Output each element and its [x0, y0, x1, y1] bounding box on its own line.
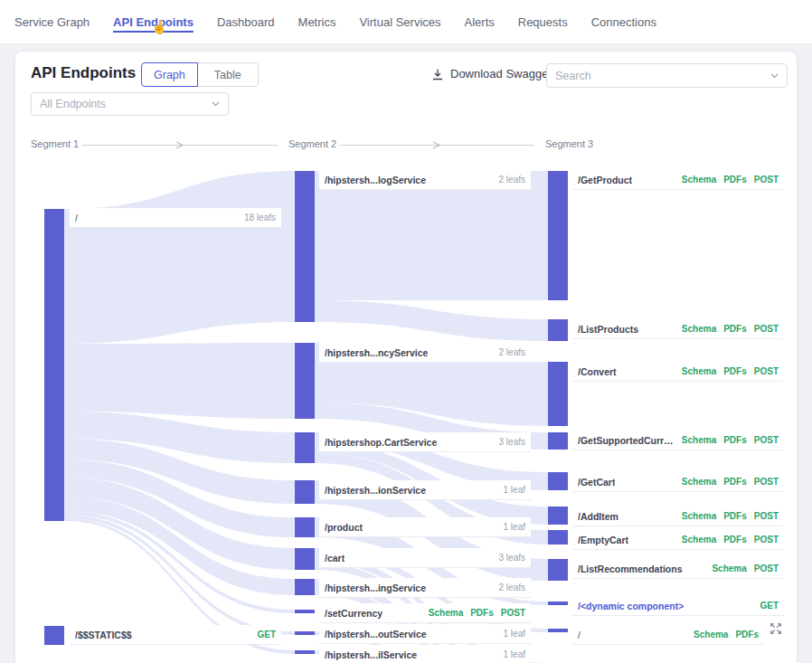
sankey-node-bar[interactable]: [548, 601, 568, 605]
sankey-node-bar[interactable]: [295, 480, 315, 504]
sankey-node-bar[interactable]: [548, 507, 568, 525]
pdfs-link[interactable]: PDFs: [723, 366, 747, 376]
nav-item-requests[interactable]: Requests: [518, 11, 568, 33]
sankey-node-bar[interactable]: [295, 610, 315, 613]
sankey-node-bar[interactable]: [295, 650, 315, 654]
schema-link[interactable]: Schema: [682, 511, 716, 521]
pdfs-link[interactable]: PDFs: [723, 511, 747, 521]
schema-link[interactable]: Schema: [682, 324, 716, 334]
sankey-node-bar[interactable]: [295, 548, 315, 570]
post-method-link[interactable]: POST: [754, 324, 779, 334]
sankey-node-label[interactable]: /setCurrency Schema PDFs POST: [319, 603, 531, 623]
flow-ribbon[interactable]: [64, 171, 295, 344]
sankey-node-bar[interactable]: [548, 559, 568, 581]
post-method-link[interactable]: POST: [754, 564, 779, 573]
schema-link[interactable]: Schema: [712, 564, 746, 573]
pdfs-link[interactable]: PDFs: [723, 435, 747, 445]
sankey-node-label[interactable]: /cart 3 leafs: [319, 548, 531, 568]
sankey-node-label[interactable]: /$$STATIC$$ GET: [70, 625, 281, 645]
post-method-link[interactable]: POST: [754, 511, 779, 521]
sankey-node-bar[interactable]: [295, 432, 315, 463]
nav-item-service-graph[interactable]: Service Graph: [14, 11, 90, 33]
pdfs-link[interactable]: PDFs: [723, 175, 747, 185]
sankey-node-label[interactable]: /hipstersh...logService 2 leafs: [319, 170, 531, 190]
sankey-node-bar[interactable]: [44, 626, 64, 645]
sankey-node-bar[interactable]: [548, 530, 568, 545]
sankey-node-label[interactable]: /GetCart Schema PDFs POST: [572, 472, 784, 492]
nav-item-virtual-services[interactable]: Virtual Services: [359, 11, 440, 33]
sankey-node-bar[interactable]: [44, 209, 64, 521]
pdfs-link[interactable]: PDFs: [723, 535, 747, 545]
post-method-link[interactable]: POST: [501, 608, 525, 618]
sankey-node-label[interactable]: /hipstershop.CartService 3 leafs: [319, 432, 531, 452]
schema-link[interactable]: Schema: [682, 366, 716, 376]
leaf-count: 1 leaf: [504, 485, 525, 495]
sankey-node-label[interactable]: /ListRecommendations Schema POST: [572, 559, 784, 579]
sankey-node-label[interactable]: /product 1 leaf: [319, 517, 531, 537]
sankey-node-label[interactable]: /Convert Schema PDFs POST: [572, 362, 784, 382]
schema-link[interactable]: Schema: [694, 630, 728, 639]
sankey-node-label[interactable]: /hipstersh...ilService 1 leaf: [319, 645, 531, 663]
graph-view-button[interactable]: Graph: [141, 62, 198, 87]
expand-icon: [769, 621, 783, 636]
leaf-count: 18 leafs: [244, 213, 276, 223]
sankey-node-label[interactable]: /EmptyCart Schema PDFs POST: [572, 530, 784, 550]
post-method-link[interactable]: POST: [754, 477, 779, 487]
leaf-count: 1 leaf: [504, 629, 525, 639]
top-nav: Service Graph API Endpoints Dashboard Me…: [0, 0, 812, 44]
sankey-node-bar[interactable]: [295, 171, 315, 322]
sankey-node-label[interactable]: /<dynamic component> GET: [572, 596, 784, 616]
sankey-node-bar[interactable]: [548, 362, 568, 426]
leaf-count: 2 leafs: [499, 347, 525, 357]
sankey-node-label[interactable]: / 18 leafs: [70, 208, 281, 228]
hand-cursor-icon: ☝: [149, 18, 168, 36]
flow-ribbon[interactable]: [64, 343, 295, 419]
pdfs-link[interactable]: PDFs: [735, 630, 759, 639]
schema-link[interactable]: Schema: [682, 477, 716, 487]
flow-ribbon[interactable]: [315, 171, 548, 300]
leaf-count: 2 leafs: [499, 582, 525, 592]
get-method-link[interactable]: GET: [257, 630, 276, 639]
sankey-node-label[interactable]: /hipstersh...ncyService 2 leafs: [319, 343, 531, 363]
pdfs-link[interactable]: PDFs: [723, 477, 747, 487]
pdfs-link[interactable]: PDFs: [470, 608, 494, 618]
nav-item-metrics[interactable]: Metrics: [298, 11, 336, 33]
sankey-node-bar[interactable]: [295, 631, 315, 635]
post-method-link[interactable]: POST: [754, 535, 779, 545]
schema-link[interactable]: Schema: [429, 608, 463, 618]
sankey-node-label[interactable]: /hipstersh...outService 1 leaf: [319, 624, 531, 644]
post-method-link[interactable]: POST: [754, 366, 779, 376]
leaf-count: 3 leafs: [499, 553, 525, 563]
sankey-node-bar[interactable]: [295, 579, 315, 595]
api-endpoints-panel: API Endpoints Graph Table Download Swagg…: [14, 51, 798, 663]
flow-ribbon[interactable]: [315, 300, 548, 341]
expand-button[interactable]: [764, 617, 788, 640]
sankey-node-bar[interactable]: [548, 319, 568, 341]
pdfs-link[interactable]: PDFs: [723, 324, 747, 334]
schema-link[interactable]: Schema: [682, 435, 716, 445]
sankey-node-label[interactable]: /hipstersh...ingService 2 leafs: [319, 578, 531, 598]
sankey-node-label[interactable]: /AddItem Schema PDFs POST: [572, 507, 784, 526]
sankey-node-bar[interactable]: [295, 343, 315, 419]
post-method-link[interactable]: POST: [754, 435, 779, 445]
sankey-node-bar[interactable]: [548, 629, 568, 632]
sankey-node-label[interactable]: /GetProduct Schema PDFs POST: [572, 170, 784, 190]
sankey-node-label[interactable]: /GetSupportedCurrencies Schema PDFs POST: [572, 431, 784, 450]
sankey-node-label[interactable]: /ListProducts Schema PDFs POST: [572, 319, 784, 339]
sankey-node-label[interactable]: /hipstersh...ionService 1 leaf: [319, 480, 531, 500]
post-method-link[interactable]: POST: [754, 175, 779, 185]
sankey-node-bar[interactable]: [548, 432, 568, 450]
sankey-node-bar[interactable]: [548, 171, 568, 300]
leaf-count: 3 leafs: [499, 437, 525, 447]
get-method-link[interactable]: GET: [760, 601, 779, 611]
sankey-node-bar[interactable]: [548, 472, 568, 490]
schema-link[interactable]: Schema: [682, 535, 716, 545]
sankey-node-bar[interactable]: [295, 517, 315, 537]
schema-link[interactable]: Schema: [682, 175, 716, 185]
leaf-count: 2 leafs: [499, 175, 525, 185]
nav-item-alerts[interactable]: Alerts: [465, 11, 495, 33]
sankey-node-label[interactable]: / Schema PDFs: [572, 625, 764, 645]
nav-item-connections[interactable]: Connections: [591, 11, 656, 33]
nav-item-dashboard[interactable]: Dashboard: [217, 11, 275, 33]
leaf-count: 1 leaf: [504, 649, 525, 659]
